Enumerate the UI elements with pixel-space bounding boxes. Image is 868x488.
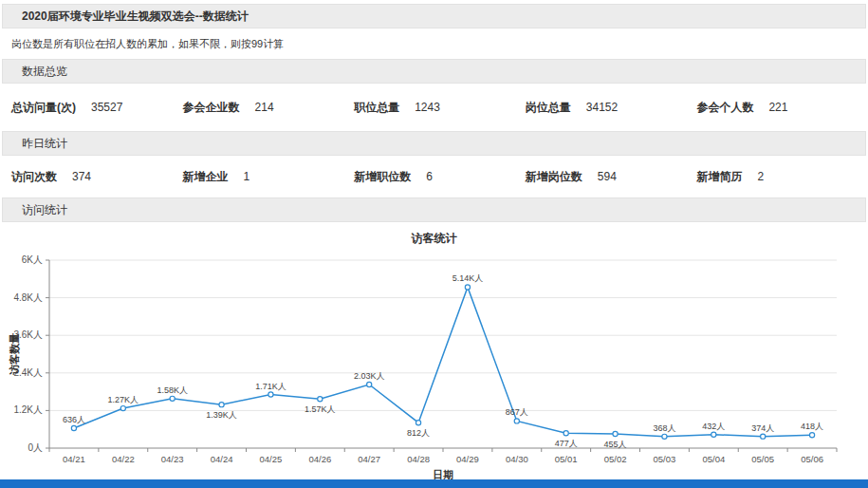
svg-text:1.57K人: 1.57K人 (305, 404, 336, 414)
svg-text:1.27K人: 1.27K人 (108, 395, 139, 404)
stat-value: 1243 (415, 101, 440, 114)
visitor-chart: 访客统计 0人1.2K人2.4K人3.6K人4.8K人6K人04/2104/22… (0, 222, 868, 482)
svg-text:418人: 418人 (801, 422, 823, 431)
svg-text:477人: 477人 (555, 439, 578, 448)
section-header-yesterday: 昨日统计 (2, 131, 866, 156)
svg-text:04/30: 04/30 (506, 454, 528, 464)
svg-text:05/02: 05/02 (604, 454, 627, 464)
stat-label: 职位总量 (354, 101, 399, 114)
svg-text:1.58K人: 1.58K人 (157, 385, 188, 395)
svg-text:04/23: 04/23 (161, 454, 184, 464)
stat-label: 新增简历 (696, 170, 742, 183)
stat-item-new-resumes: 新增简历2 (696, 167, 868, 185)
section-header-label: 数据总览 (22, 65, 67, 78)
note-text: 岗位数是所有职位在招人数的累加，如果不限，则按99计算 (0, 28, 868, 57)
svg-text:812人: 812人 (407, 428, 430, 438)
stat-item-total-visits: 总访问量(次)35527 (11, 98, 183, 116)
stat-item-new-companies: 新增企业1 (183, 167, 355, 185)
page-title: 2020届环境专业毕业生视频双选会--数据统计 (22, 9, 249, 23)
section-header-visits: 访问统计 (2, 197, 866, 222)
svg-text:1.39K人: 1.39K人 (206, 410, 237, 420)
svg-text:4.8K人: 4.8K人 (13, 292, 43, 303)
svg-text:374人: 374人 (751, 423, 774, 433)
svg-text:368人: 368人 (653, 423, 675, 433)
svg-text:867人: 867人 (506, 407, 528, 417)
stat-value: 594 (598, 170, 617, 183)
stat-label: 总访问量(次) (11, 101, 76, 114)
stat-label: 新增职位数 (354, 170, 411, 183)
section-header-label: 昨日统计 (22, 137, 67, 150)
line-chart-canvas[interactable]: 0人1.2K人2.4K人3.6K人4.8K人6K人04/2104/2204/23… (8, 247, 852, 482)
stat-item-individuals: 参会个人数221 (696, 98, 868, 116)
stat-label: 新增企业 (183, 170, 229, 183)
stat-item-new-openings: 新增岗位数594 (526, 167, 697, 185)
stat-value: 35527 (91, 101, 122, 114)
stat-label: 岗位总量 (526, 101, 571, 114)
stat-value: 221 (768, 101, 787, 114)
svg-text:04/25: 04/25 (260, 454, 283, 464)
overview-stats-row: 总访问量(次)35527 参会企业数214 职位总量1243 岗位总量34152… (0, 84, 868, 129)
stat-value: 2 (757, 170, 764, 183)
svg-text:05/01: 05/01 (555, 454, 578, 464)
svg-text:04/28: 04/28 (407, 454, 430, 464)
section-header-overview: 数据总览 (2, 59, 866, 84)
svg-text:0人: 0人 (28, 442, 43, 453)
svg-text:432人: 432人 (702, 422, 725, 431)
stat-label: 参会企业数 (183, 101, 240, 114)
svg-text:04/27: 04/27 (358, 454, 380, 464)
stat-value: 1 (244, 170, 250, 183)
svg-text:05/04: 05/04 (702, 454, 725, 464)
svg-text:1.2K人: 1.2K人 (13, 404, 43, 415)
stat-value: 214 (255, 101, 274, 114)
svg-text:636人: 636人 (63, 415, 85, 424)
svg-text:04/21: 04/21 (63, 454, 85, 464)
svg-text:2.03K人: 2.03K人 (354, 371, 385, 381)
svg-text:05/03: 05/03 (654, 454, 676, 464)
stat-item-positions: 职位总量1243 (354, 98, 526, 116)
svg-text:04/22: 04/22 (112, 454, 135, 464)
footer-bar (0, 479, 868, 488)
svg-text:04/24: 04/24 (211, 454, 233, 464)
page-title-bar: 2020届环境专业毕业生视频双选会--数据统计 (2, 4, 866, 28)
svg-text:6K人: 6K人 (22, 254, 43, 265)
stat-item-new-positions: 新增职位数6 (354, 167, 526, 185)
stat-label: 参会个人数 (696, 101, 753, 114)
stat-item-visit-count: 访问次数374 (11, 167, 183, 185)
stat-value: 34152 (586, 101, 618, 114)
svg-text:05/06: 05/06 (801, 454, 823, 464)
stat-label: 新增岗位数 (526, 170, 582, 183)
svg-text:访客数量: 访客数量 (9, 333, 20, 376)
yesterday-stats-row: 访问次数374 新增企业1 新增职位数6 新增岗位数594 新增简历2 (0, 156, 868, 196)
svg-text:04/29: 04/29 (456, 454, 479, 464)
svg-text:04/26: 04/26 (308, 454, 331, 464)
section-header-label: 访问统计 (22, 203, 67, 216)
chart-title: 访客统计 (0, 230, 868, 247)
svg-text:455人: 455人 (604, 440, 627, 449)
stat-value: 374 (72, 170, 91, 183)
svg-text:1.71K人: 1.71K人 (255, 382, 286, 391)
stat-item-openings: 岗位总量34152 (526, 98, 697, 116)
stat-label: 访问次数 (11, 170, 57, 183)
svg-text:05/05: 05/05 (751, 454, 774, 464)
stat-item-companies: 参会企业数214 (183, 98, 355, 116)
stat-value: 6 (426, 170, 433, 183)
svg-text:5.14K人: 5.14K人 (452, 273, 484, 283)
